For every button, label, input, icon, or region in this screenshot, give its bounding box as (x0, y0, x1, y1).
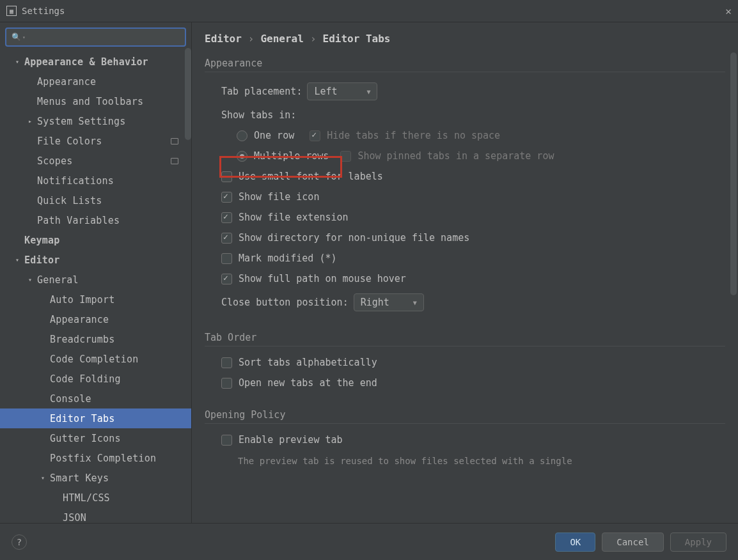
checkbox-file-icon[interactable] (221, 192, 232, 203)
sidebar-item-label: Editor Tabs (50, 413, 115, 424)
breadcrumb: Editor › General › Editor Tabs (192, 22, 738, 52)
sidebar-item-label: Smart Keys (50, 472, 109, 484)
ok-label: OK (570, 537, 581, 547)
pinned-separate-label: Show pinned tabs in a separate row (357, 150, 554, 162)
sidebar-item[interactable]: HTML/CSS (0, 488, 191, 508)
help-button[interactable]: ? (12, 534, 27, 550)
row-one-row: One row Hide tabs if there is no space (205, 130, 725, 141)
checkbox-sort-alpha[interactable] (221, 357, 232, 368)
multiple-rows-label: Multiple rows (254, 150, 329, 162)
breadcrumb-seg[interactable]: Editor (205, 33, 242, 45)
cancel-button[interactable]: Cancel (602, 533, 664, 552)
chevron-down-icon: ▾ (38, 474, 47, 481)
one-row-label: One row (254, 130, 294, 141)
sidebar-item[interactable]: Menus and Toolbars (0, 91, 191, 111)
row-full-path-hover: Show full path on mouse hover (205, 273, 725, 284)
sidebar-item[interactable]: Console (0, 389, 191, 408)
sidebar-item[interactable]: ▾Smart Keys (0, 468, 191, 488)
sidebar-item-label: Code Folding (50, 373, 121, 385)
sidebar-item[interactable]: Postfix Completion (0, 448, 191, 468)
sidebar-item[interactable]: ▸System Settings (0, 111, 191, 131)
chevron-right-icon: ▸ (26, 118, 35, 125)
sidebar-item-label: Path Variables (37, 215, 120, 226)
sidebar-item[interactable]: Path Variables (0, 210, 191, 230)
section-opening-policy: Opening Policy (205, 404, 725, 424)
sidebar-item[interactable]: Notifications (0, 171, 191, 191)
breadcrumb-seg[interactable]: Editor Tabs (323, 33, 391, 45)
sidebar-item[interactable]: JSON (0, 508, 191, 523)
sidebar-item-label: Console (50, 393, 91, 405)
checkbox-small-font[interactable] (221, 171, 232, 182)
sidebar-scrollbar[interactable] (185, 48, 191, 140)
radio-one-row[interactable] (237, 130, 247, 141)
sidebar-item-label: Breadcrumbs (50, 334, 115, 345)
close-btn-pos-select[interactable]: Right ▼ (354, 293, 424, 311)
sidebar-item-label: Quick Lists (37, 195, 102, 206)
content: Editor › General › Editor Tabs Appearanc… (192, 22, 738, 523)
sidebar: 🔍 ▾ ▾Appearance & BehaviorAppearanceMenu… (0, 22, 192, 523)
content-scrollbar[interactable] (730, 52, 737, 295)
tab-placement-label: Tab placement: (221, 86, 302, 97)
chevron-right-icon: › (248, 33, 255, 45)
row-small-font: Use small font for labels (205, 171, 725, 182)
checkbox-open-end[interactable] (221, 378, 232, 389)
ok-button[interactable]: OK (555, 533, 595, 552)
apply-button[interactable]: Apply (670, 533, 726, 552)
sidebar-item[interactable]: Keymap (0, 230, 191, 250)
settings-tree: ▾Appearance & BehaviorAppearanceMenus an… (0, 52, 191, 523)
sidebar-item[interactable]: ▾General (0, 270, 191, 290)
apply-label: Apply (685, 537, 712, 547)
sidebar-item-label: Appearance & Behavior (24, 56, 148, 68)
sidebar-item-label: Keymap (24, 235, 59, 246)
small-font-label: Use small font for labels (239, 171, 383, 182)
cancel-label: Cancel (616, 537, 649, 547)
checkbox-enable-preview[interactable] (221, 435, 232, 446)
section-tab-order: Tab Order (205, 327, 725, 346)
sidebar-item-label: Editor (24, 254, 59, 266)
close-icon[interactable]: ✕ (725, 5, 732, 17)
sidebar-item[interactable]: Scopes (0, 151, 191, 171)
sidebar-item-label: JSON (63, 512, 86, 524)
sidebar-item[interactable]: Breadcrumbs (0, 329, 191, 349)
sidebar-item[interactable]: File Colors (0, 131, 191, 151)
checkbox-dir-nonunique[interactable] (221, 233, 232, 244)
open-end-label: Open new tabs at the end (239, 377, 377, 389)
show-tabs-in-label: Show tabs in: (221, 109, 296, 121)
enable-preview-label: Enable preview tab (239, 434, 343, 446)
row-dir-nonunique: Show directory for non-unique file names (205, 232, 725, 244)
row-mark-modified: Mark modified (*) (205, 253, 725, 264)
preview-desc: The preview tab is reused to show files … (205, 455, 665, 468)
sidebar-item[interactable]: Auto Import (0, 290, 191, 309)
checkbox-full-path-hover[interactable] (221, 274, 232, 284)
sidebar-item-label: Appearance (50, 314, 109, 325)
project-badge-icon (171, 158, 178, 164)
checkbox-mark-modified[interactable] (221, 253, 232, 264)
sidebar-item[interactable]: Quick Lists (0, 191, 191, 210)
radio-multiple-rows[interactable] (237, 151, 247, 162)
checkbox-file-ext[interactable] (221, 212, 232, 223)
sidebar-item[interactable]: Gutter Icons (0, 428, 191, 448)
project-badge-icon (171, 138, 178, 144)
chevron-down-icon: ▼ (413, 299, 417, 306)
sidebar-item-label: Appearance (37, 76, 96, 88)
sidebar-item-label: HTML/CSS (63, 492, 110, 504)
close-btn-pos-value: Right (361, 297, 389, 308)
sidebar-item[interactable]: Editor Tabs (0, 408, 191, 428)
tab-placement-select[interactable]: Left ▼ (307, 82, 377, 100)
window-title: Settings (22, 6, 65, 16)
sidebar-item[interactable]: ▾Appearance & Behavior (0, 52, 191, 72)
sidebar-item[interactable]: Appearance (0, 72, 191, 91)
sidebar-item[interactable]: Appearance (0, 309, 191, 329)
sidebar-item-label: Auto Import (50, 294, 115, 306)
row-open-end: Open new tabs at the end (205, 377, 725, 389)
section-appearance: Appearance (205, 52, 725, 72)
breadcrumb-seg[interactable]: General (260, 33, 303, 45)
sidebar-item[interactable]: ▾Editor (0, 250, 191, 270)
sidebar-item-label: Scopes (37, 155, 72, 167)
sidebar-item[interactable]: Code Completion (0, 349, 191, 369)
sidebar-item-label: General (37, 274, 79, 286)
search-input[interactable]: 🔍 ▾ (5, 27, 186, 47)
sidebar-item[interactable]: Code Folding (0, 369, 191, 389)
chevron-down-icon: ▾ (13, 58, 22, 65)
file-icon-label: Show file icon (239, 191, 319, 203)
